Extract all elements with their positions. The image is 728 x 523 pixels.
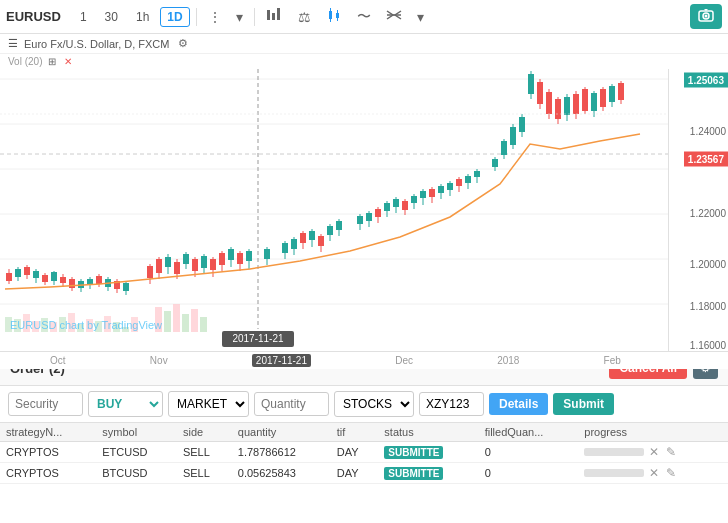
vol-settings-icon[interactable]: ⊞ — [46, 56, 58, 67]
svg-rect-79 — [174, 262, 180, 274]
camera-btn[interactable] — [690, 4, 722, 29]
row2-cancel-icon[interactable]: ✕ — [647, 466, 661, 480]
chevron-down-btn[interactable]: ▾ — [231, 7, 248, 27]
svg-rect-83 — [192, 259, 198, 271]
svg-rect-65 — [96, 276, 102, 284]
row1-status: SUBMITTE — [378, 442, 478, 463]
svg-rect-143 — [501, 141, 507, 155]
table-header-row: strategyN... symbol side quantity tif st… — [0, 423, 728, 442]
balance-icon-btn[interactable]: ⚖ — [293, 7, 316, 27]
svg-rect-53 — [42, 275, 48, 282]
svg-text:2017-11-21: 2017-11-21 — [232, 333, 284, 344]
svg-rect-89 — [219, 253, 225, 265]
security-input[interactable] — [8, 392, 83, 416]
row1-edit-icon[interactable]: ✎ — [664, 445, 678, 459]
col-filled: filledQuan... — [479, 423, 579, 442]
side-select[interactable]: BUY SELL — [88, 391, 163, 417]
row1-progress-bar — [584, 448, 644, 456]
row1-tif: DAY — [331, 442, 379, 463]
row1-symbol: ETCUSD — [96, 442, 177, 463]
col-tif: tif — [331, 423, 379, 442]
x-label-date: 2017-11-21 — [252, 354, 311, 367]
svg-rect-6 — [336, 13, 339, 18]
row1-cancel-icon[interactable]: ✕ — [647, 445, 661, 459]
svg-rect-141 — [492, 159, 498, 167]
svg-rect-121 — [393, 199, 399, 207]
quantity-input[interactable] — [254, 392, 329, 416]
asset-type-select[interactable]: STOCKS FOREX CRYPTO — [334, 391, 414, 417]
price-1-22: 1.22000 — [690, 207, 726, 218]
chart-container: EURUSD 1 30 1h 1D ⋮ ▾ ⚖ 〜 ▾ ☰ Euro Fx/U.… — [0, 0, 728, 350]
dots-icon-btn[interactable]: ⋮ — [203, 7, 227, 27]
svg-rect-163 — [591, 93, 597, 111]
vol-close-icon[interactable]: ✕ — [62, 56, 74, 67]
row1-strategy: CRYPTOS — [0, 442, 96, 463]
svg-rect-103 — [300, 233, 306, 243]
price-1-18: 1.18000 — [690, 300, 726, 311]
svg-rect-95 — [246, 251, 252, 261]
chart-title: Euro Fx/U.S. Dollar, D, FXCM — [24, 38, 169, 50]
x-label-dec: Dec — [395, 355, 413, 366]
svg-rect-1 — [272, 13, 275, 20]
chart-body: 2017-11-21 — [0, 69, 728, 351]
svg-rect-45 — [6, 273, 12, 281]
svg-rect-38 — [182, 314, 189, 332]
chart-title-icon: ☰ — [8, 37, 18, 50]
price-1-16: 1.16000 — [690, 340, 726, 351]
order-type-select[interactable]: MARKET LIMIT STOP — [168, 391, 249, 417]
tb-t1d-btn[interactable]: 1D — [160, 7, 189, 27]
svg-rect-149 — [528, 74, 534, 94]
split-icon-btn[interactable] — [380, 4, 408, 29]
x-label-feb: Feb — [604, 355, 621, 366]
chevron-down-2-btn[interactable]: ▾ — [412, 7, 429, 27]
submit-button[interactable]: Submit — [553, 393, 614, 415]
svg-rect-147 — [519, 117, 525, 132]
svg-rect-151 — [537, 82, 543, 104]
row1-quantity: 1.78786612 — [232, 442, 331, 463]
row1-progress: ✕ ✎ — [578, 442, 728, 463]
candle-icon-btn[interactable] — [320, 4, 348, 29]
row2-tif: DAY — [331, 463, 379, 484]
order-form: BUY SELL MARKET LIMIT STOP STOCKS FOREX … — [0, 386, 728, 423]
row2-status: SUBMITTE — [378, 463, 478, 484]
row2-status-badge: SUBMITTE — [384, 467, 443, 480]
table-row: CRYPTOS ETCUSD SELL 1.78786612 DAY SUBMI… — [0, 442, 728, 463]
row2-filled: 0 — [479, 463, 579, 484]
price-chart-svg: 2017-11-21 — [0, 69, 668, 351]
svg-rect-139 — [474, 171, 480, 177]
details-button[interactable]: Details — [489, 393, 548, 415]
chart-toolbar: EURUSD 1 30 1h 1D ⋮ ▾ ⚖ 〜 ▾ — [0, 0, 728, 34]
tb-t1h-btn[interactable]: 1h — [129, 7, 156, 27]
svg-rect-3 — [329, 11, 332, 19]
x-label-2018: 2018 — [497, 355, 519, 366]
orders-panel: Order (2) Cancel All ⚙ BUY SELL MARKET L… — [0, 350, 728, 523]
row1-side: SELL — [177, 442, 232, 463]
svg-rect-36 — [164, 311, 171, 332]
x-label-nov: Nov — [150, 355, 168, 366]
svg-rect-123 — [402, 201, 408, 210]
tb-t1-btn[interactable]: 1 — [73, 7, 94, 27]
svg-rect-133 — [447, 183, 453, 190]
svg-rect-135 — [456, 179, 462, 186]
svg-rect-165 — [600, 89, 606, 107]
row2-progress-bar — [584, 469, 644, 477]
chart-settings-icon[interactable]: ⚙ — [175, 37, 191, 50]
svg-rect-113 — [357, 216, 363, 224]
row2-symbol: BTCUSD — [96, 463, 177, 484]
row2-edit-icon[interactable]: ✎ — [664, 466, 678, 480]
bar-chart-icon-btn[interactable] — [261, 4, 289, 29]
tb-t30-btn[interactable]: 30 — [98, 7, 125, 27]
svg-rect-55 — [51, 272, 57, 281]
svg-rect-87 — [210, 259, 216, 270]
svg-rect-0 — [267, 10, 270, 20]
svg-rect-111 — [336, 221, 342, 230]
vol-bar: Vol (20) ⊞ ✕ — [0, 54, 728, 69]
svg-rect-161 — [582, 89, 588, 111]
svg-rect-119 — [384, 203, 390, 211]
svg-rect-71 — [123, 283, 129, 291]
svg-rect-75 — [156, 259, 162, 273]
svg-rect-2 — [277, 8, 280, 20]
svg-rect-51 — [33, 271, 39, 278]
symbol-input[interactable] — [419, 392, 484, 416]
line-chart-icon-btn[interactable]: 〜 — [352, 6, 376, 28]
